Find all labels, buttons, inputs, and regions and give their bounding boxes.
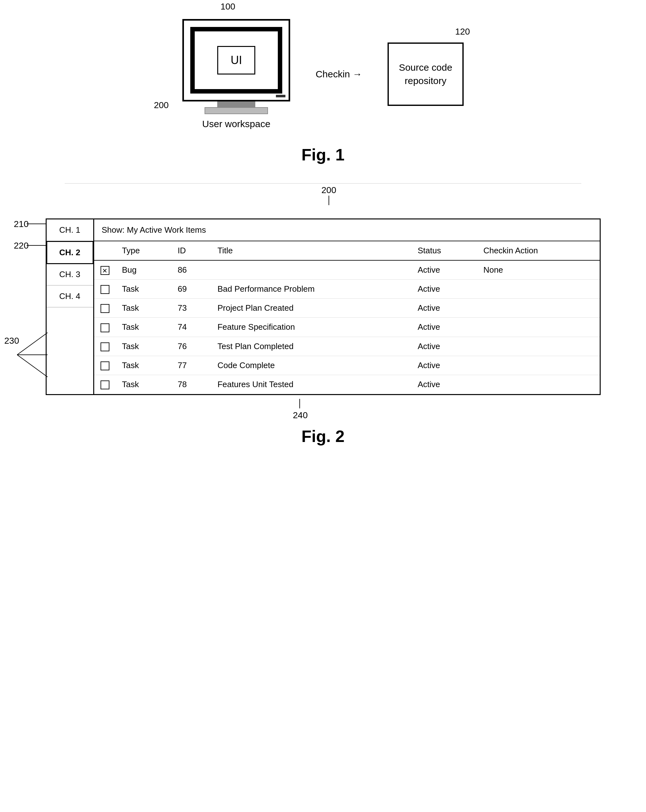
- ch2-label: CH. 2: [59, 247, 80, 257]
- row-3-type: Task: [116, 318, 171, 337]
- fig2-section: 200 210 220 230 240 CH. 1: [0, 203, 646, 446]
- row-5-type: Task: [116, 356, 171, 375]
- row-0-checkbox[interactable]: [94, 260, 116, 280]
- fig2-label-200: 200: [322, 185, 336, 195]
- row-1-action: [477, 280, 599, 299]
- monitor-ui-box: UI: [217, 46, 255, 75]
- monitor-stand: [217, 101, 255, 107]
- checkbox-unchecked-icon[interactable]: [101, 304, 109, 313]
- row-4-title: Test Plan Completed: [211, 337, 411, 356]
- row-3-id: 74: [171, 318, 211, 337]
- monitor-inner-border: UI: [190, 27, 282, 93]
- row-4-checkbox[interactable]: [94, 337, 116, 356]
- row-2-action: [477, 299, 599, 318]
- table-row: Task 73 Project Plan Created Active: [94, 299, 600, 318]
- ch4-label: CH. 4: [59, 292, 80, 301]
- channel-item-ch3[interactable]: CH. 3: [47, 264, 93, 286]
- row-3-status: Active: [411, 318, 477, 337]
- row-5-id: 77: [171, 356, 211, 375]
- fig2-label-220: 220: [14, 241, 29, 251]
- monitor: UI: [182, 19, 290, 101]
- row-1-checkbox[interactable]: [94, 280, 116, 299]
- source-code-repo-box: Source code repository: [388, 43, 464, 106]
- show-bar: Show: My Active Work Items: [94, 220, 600, 241]
- row-1-id: 69: [171, 280, 211, 299]
- row-6-title: Features Unit Tested: [211, 375, 411, 394]
- row-3-title: Feature Specification: [211, 318, 411, 337]
- row-0-type: Bug: [116, 260, 171, 280]
- col-checkbox-header: [94, 241, 116, 260]
- row-4-status: Active: [411, 337, 477, 356]
- row-1-status: Active: [411, 280, 477, 299]
- label-120: 120: [455, 27, 470, 37]
- ui-label: UI: [231, 53, 242, 67]
- table-row: Task 74 Feature Specification Active: [94, 318, 600, 337]
- monitor-wrap: 100 200 UI User workspace: [182, 19, 290, 129]
- row-0-status: Active: [411, 260, 477, 280]
- ch1-label: CH. 1: [59, 225, 80, 235]
- checkbox-checked-icon[interactable]: [101, 266, 109, 275]
- row-0-title: [211, 260, 411, 280]
- row-2-type: Task: [116, 299, 171, 318]
- svg-line-0: [17, 333, 47, 355]
- fig2-table: CH. 1 CH. 2 CH. 3 CH. 4 Show: My Active …: [46, 218, 601, 395]
- col-status-header: Status: [411, 241, 477, 260]
- channel-item-ch4[interactable]: CH. 4: [47, 286, 93, 308]
- row-0-id: 86: [171, 260, 211, 280]
- row-4-type: Task: [116, 337, 171, 356]
- fig1-section: 100 200 UI User workspace Checkin → 12: [0, 0, 646, 164]
- row-5-title: Code Complete: [211, 356, 411, 375]
- fig2-caption: Fig. 2: [302, 427, 345, 446]
- row-2-title: Project Plan Created: [211, 299, 411, 318]
- channel-item-ch2[interactable]: CH. 2: [46, 241, 93, 264]
- row-5-checkbox[interactable]: [94, 356, 116, 375]
- ch3-label: CH. 3: [59, 270, 80, 279]
- row-4-id: 76: [171, 337, 211, 356]
- work-items-table: Type ID Title Status Checkin Action: [94, 241, 600, 394]
- channel-list: CH. 1 CH. 2 CH. 3 CH. 4: [47, 220, 94, 394]
- row-0-action: None: [477, 260, 599, 280]
- checkbox-unchecked-icon[interactable]: [101, 324, 109, 332]
- repo-wrap: 120 Source code repository: [388, 43, 464, 106]
- svg-line-2: [17, 355, 47, 377]
- monitor-base: [205, 107, 268, 114]
- row-1-title: Bad Performance Problem: [211, 280, 411, 299]
- checkbox-unchecked-icon[interactable]: [101, 362, 109, 370]
- row-6-type: Task: [116, 375, 171, 394]
- source-code-repo-label: Source code repository: [394, 61, 457, 87]
- user-workspace-label: User workspace: [202, 119, 270, 129]
- row-6-checkbox[interactable]: [94, 375, 116, 394]
- row-6-action: [477, 375, 599, 394]
- row-4-action: [477, 337, 599, 356]
- label-200-fig1: 200: [154, 100, 169, 110]
- fig2-label-240: 240: [293, 410, 308, 420]
- table-row: Task 76 Test Plan Completed Active: [94, 337, 600, 356]
- row-6-status: Active: [411, 375, 477, 394]
- table-row: Task 77 Code Complete Active: [94, 356, 600, 375]
- table-content: Show: My Active Work Items Type ID Title…: [94, 220, 600, 394]
- col-id-header: ID: [171, 241, 211, 260]
- checkbox-unchecked-icon[interactable]: [101, 380, 109, 389]
- checkbox-unchecked-icon[interactable]: [101, 285, 109, 294]
- checkin-arrow-group: Checkin →: [316, 69, 362, 79]
- row-5-status: Active: [411, 356, 477, 375]
- table-row: Bug 86 Active None: [94, 260, 600, 280]
- row-6-id: 78: [171, 375, 211, 394]
- table-row: Task 78 Features Unit Tested Active: [94, 375, 600, 394]
- fig2-line-240: [299, 399, 300, 408]
- checkbox-unchecked-icon[interactable]: [101, 342, 109, 351]
- table-row: Task 69 Bad Performance Problem Active: [94, 280, 600, 299]
- row-2-checkbox[interactable]: [94, 299, 116, 318]
- col-title-header: Title: [211, 241, 411, 260]
- channel-item-ch1[interactable]: CH. 1: [47, 220, 93, 241]
- row-3-checkbox[interactable]: [94, 318, 116, 337]
- row-5-action: [477, 356, 599, 375]
- monitor-indicator: [276, 95, 286, 97]
- fig2-line-210: [27, 224, 46, 224]
- label-100: 100: [220, 2, 235, 12]
- col-action-header: Checkin Action: [477, 241, 599, 260]
- checkin-label: Checkin →: [316, 69, 362, 79]
- fig2-lines-230: [11, 317, 49, 386]
- fig2-line-220: [27, 245, 46, 246]
- fig2-arrow-200-line: [328, 195, 329, 205]
